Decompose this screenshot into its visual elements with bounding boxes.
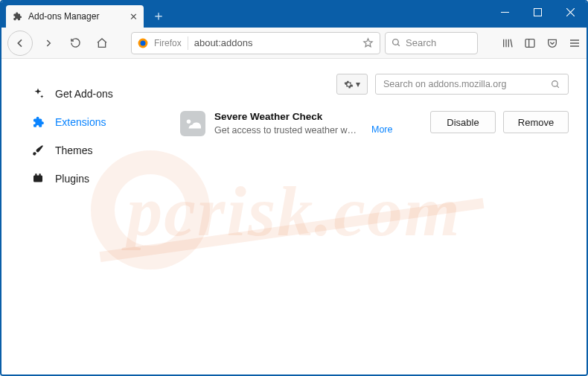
- browser-tab-addons[interactable]: Add-ons Manager ✕: [6, 5, 144, 28]
- svg-rect-17: [33, 176, 42, 182]
- window-titlebar: Add-ons Manager ✕ ＋: [1, 1, 587, 28]
- puzzle-icon: [12, 11, 22, 22]
- sidebar-item-label: Themes: [55, 144, 93, 156]
- svg-rect-1: [534, 8, 541, 16]
- navbar-search-box[interactable]: Search: [385, 32, 478, 54]
- firefox-logo-icon: [138, 38, 148, 48]
- address-bar[interactable]: Firefox about:addons: [131, 32, 380, 54]
- pocket-icon[interactable]: [546, 37, 558, 49]
- svg-rect-12: [525, 39, 534, 47]
- library-icon[interactable]: [502, 37, 514, 49]
- tab-title: Add-ons Manager: [28, 11, 99, 22]
- home-button[interactable]: [91, 32, 113, 54]
- addons-manager-content: Get Add-ons Extensions Themes Plugins ▾ …: [1, 59, 587, 375]
- sidebar-toggle-icon[interactable]: [524, 37, 536, 49]
- svg-line-11: [511, 39, 512, 47]
- chevron-down-icon: ▾: [356, 79, 360, 89]
- extension-icon: [180, 111, 205, 136]
- new-tab-button[interactable]: ＋: [148, 5, 169, 26]
- back-button[interactable]: [7, 31, 33, 56]
- forward-button[interactable]: [37, 32, 60, 54]
- addons-search-placeholder: Search on addons.mozilla.org: [383, 79, 506, 89]
- extension-name: Severe Weather Check: [214, 111, 359, 122]
- close-tab-icon[interactable]: ✕: [130, 11, 138, 22]
- svg-line-7: [397, 44, 400, 46]
- hamburger-menu-icon[interactable]: [569, 37, 581, 49]
- puzzle-icon: [31, 115, 45, 129]
- svg-rect-18: [35, 173, 36, 176]
- sidebar-item-label: Extensions: [55, 116, 106, 128]
- window-minimize-button[interactable]: [488, 1, 521, 22]
- svg-line-21: [557, 86, 559, 88]
- browser-navbar: Firefox about:addons Search: [1, 28, 587, 59]
- addons-main-panel: ▾ Search on addons.mozilla.org Severe We…: [180, 59, 587, 375]
- sparkle-icon: [31, 87, 45, 101]
- sidebar-item-extensions[interactable]: Extensions: [1, 108, 180, 136]
- brush-icon: [31, 144, 45, 157]
- window-close-button[interactable]: [554, 1, 587, 22]
- sidebar-item-get-addons[interactable]: Get Add-ons: [1, 80, 180, 108]
- url-text: about:addons: [194, 37, 357, 48]
- tools-menu-button[interactable]: ▾: [336, 74, 368, 95]
- reload-button[interactable]: [64, 32, 86, 54]
- sidebar-item-plugins[interactable]: Plugins: [1, 165, 180, 193]
- sidebar-item-label: Get Add-ons: [55, 88, 113, 100]
- window-maximize-button[interactable]: [521, 1, 554, 22]
- more-link[interactable]: More: [371, 124, 392, 135]
- addons-sidebar: Get Add-ons Extensions Themes Plugins: [1, 59, 180, 375]
- search-icon: [551, 80, 560, 89]
- navbar-search-placeholder: Search: [406, 37, 436, 48]
- plugin-icon: [31, 172, 45, 185]
- disable-button[interactable]: Disable: [430, 111, 496, 133]
- sidebar-item-label: Plugins: [55, 173, 89, 185]
- extension-row[interactable]: Severe Weather Check Get access to trust…: [180, 111, 569, 136]
- svg-point-6: [393, 39, 399, 45]
- separator: [188, 36, 188, 50]
- gear-icon: [344, 80, 354, 89]
- svg-rect-19: [39, 173, 41, 176]
- sidebar-item-themes[interactable]: Themes: [1, 136, 180, 165]
- svg-point-5: [141, 40, 146, 45]
- svg-point-20: [552, 80, 558, 86]
- remove-button[interactable]: Remove: [503, 111, 569, 133]
- bookmark-star-icon[interactable]: [362, 37, 374, 48]
- search-icon: [392, 38, 401, 48]
- svg-rect-0: [501, 12, 509, 13]
- identity-label: Firefox: [154, 38, 182, 48]
- addons-search-input[interactable]: Search on addons.mozilla.org: [375, 74, 569, 95]
- extension-description: Get access to trusted weather w…: [214, 125, 359, 136]
- svg-point-22: [187, 120, 191, 124]
